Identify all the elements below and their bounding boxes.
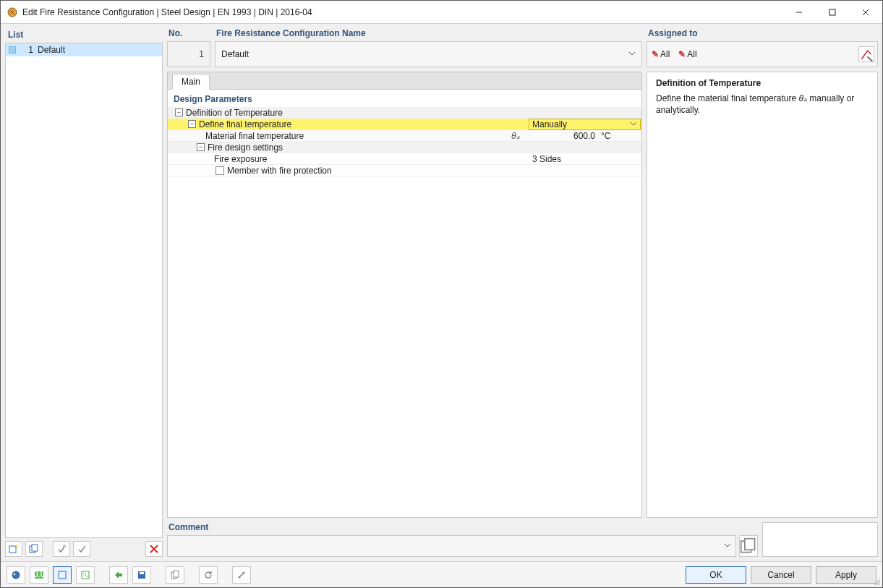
svg-point-8 bbox=[12, 571, 20, 579]
chevron-down-icon bbox=[724, 541, 731, 551]
name-label: Fire Resistance Configuration Name bbox=[215, 28, 642, 41]
svg-point-9 bbox=[14, 573, 16, 575]
tree-group-label: Fire design settings bbox=[208, 142, 283, 153]
tree-row-material-final-temperature[interactable]: Material final temperature θₐ 600.0 °C bbox=[168, 130, 641, 142]
svg-rect-7 bbox=[745, 539, 755, 550]
tree-row-fire-exposure[interactable]: Fire exposure 3 Sides bbox=[168, 153, 641, 165]
comment-pick-button[interactable] bbox=[739, 535, 758, 557]
list-item-label: Default bbox=[38, 45, 65, 55]
delete-item-button[interactable] bbox=[145, 541, 163, 557]
help-button[interactable] bbox=[7, 566, 25, 584]
svg-rect-1 bbox=[829, 9, 835, 15]
chevron-down-icon bbox=[628, 49, 636, 59]
list-item[interactable]: 1 Default bbox=[6, 43, 162, 56]
minimize-button[interactable] bbox=[782, 1, 816, 24]
save-config-button[interactable] bbox=[132, 566, 151, 584]
name-field: Fire Resistance Configuration Name Defau… bbox=[215, 28, 642, 67]
exclude-button[interactable] bbox=[73, 541, 90, 557]
checkbox[interactable] bbox=[216, 166, 224, 175]
close-button[interactable] bbox=[849, 1, 882, 24]
info-text: Define the material final temperature θₐ… bbox=[656, 93, 869, 116]
value-cell[interactable]: 600.0 bbox=[543, 131, 598, 141]
no-input[interactable]: 1 bbox=[167, 41, 210, 67]
tabbar: Main bbox=[167, 72, 642, 89]
footer: 0.0 OK Cancel Apply bbox=[1, 561, 882, 587]
export-button[interactable] bbox=[109, 566, 128, 584]
name-value: Default bbox=[221, 49, 249, 59]
svg-point-5 bbox=[63, 545, 66, 547]
no-value: 1 bbox=[199, 49, 204, 59]
no-field: No. 1 bbox=[167, 28, 210, 67]
svg-text:0.0: 0.0 bbox=[34, 570, 44, 579]
cancel-button[interactable]: Cancel bbox=[751, 566, 811, 584]
tree-row-define-final-temperature[interactable]: − Define final temperature Manually bbox=[168, 119, 641, 130]
titlebar: Edit Fire Resistance Configuration | Ste… bbox=[1, 1, 882, 24]
copy-config-button[interactable] bbox=[166, 566, 184, 584]
svg-rect-2 bbox=[9, 546, 16, 553]
svg-rect-17 bbox=[174, 571, 179, 577]
collapse-icon[interactable]: − bbox=[188, 120, 196, 128]
units-button[interactable]: 0.0 bbox=[30, 566, 48, 584]
view-toggle-button[interactable] bbox=[53, 566, 72, 584]
comment-field: Comment bbox=[167, 522, 758, 557]
tab-main-label: Main bbox=[182, 77, 200, 87]
reset-button[interactable] bbox=[199, 566, 218, 584]
include-button[interactable] bbox=[53, 541, 70, 557]
fire-exposure-value[interactable]: 3 Sides bbox=[529, 154, 641, 164]
params-panel: Design Parameters − Definition of Temper… bbox=[167, 89, 642, 518]
list-toolbar bbox=[5, 538, 163, 557]
params-header: Design Parameters bbox=[168, 90, 641, 107]
new-item-button[interactable] bbox=[5, 541, 22, 557]
tab-main[interactable]: Main bbox=[172, 74, 210, 90]
tree-group-fire-design-settings[interactable]: − Fire design settings bbox=[168, 142, 641, 153]
list-item-number: 1 bbox=[20, 45, 33, 55]
chevron-down-icon bbox=[630, 119, 637, 129]
tree-row-label: Material final temperature bbox=[205, 131, 304, 141]
window-title: Edit Fire Resistance Configuration | Ste… bbox=[22, 7, 782, 17]
tree-row-label: Member with fire protection bbox=[227, 166, 332, 176]
tree-row-label: Define final temperature bbox=[199, 119, 291, 129]
svg-point-18 bbox=[239, 576, 241, 578]
tree-group-definition-of-temperature[interactable]: − Definition of Temperature bbox=[168, 107, 641, 119]
preview-box bbox=[762, 522, 878, 557]
tree-row-member-with-fire-protection[interactable]: Member with fire protection bbox=[168, 165, 641, 176]
svg-rect-12 bbox=[59, 571, 66, 579]
info-title: Definition of Temperature bbox=[656, 78, 869, 88]
maximize-button[interactable] bbox=[816, 1, 849, 24]
ok-button[interactable]: OK bbox=[686, 566, 746, 584]
apply-button[interactable]: Apply bbox=[816, 566, 876, 584]
symbol-cell: θₐ bbox=[508, 131, 543, 141]
unit-cell: °C bbox=[598, 131, 641, 141]
list-panel: List 1 Default bbox=[5, 28, 163, 557]
select-value: Manually bbox=[532, 119, 567, 129]
svg-point-19 bbox=[243, 571, 245, 574]
settings-button[interactable] bbox=[232, 566, 251, 584]
comment-input[interactable] bbox=[167, 535, 736, 557]
info-panel: Definition of Temperature Define the mat… bbox=[647, 72, 878, 518]
name-input[interactable]: Default bbox=[215, 41, 642, 67]
tree-row-label: Fire exposure bbox=[214, 154, 267, 164]
list-header: List bbox=[5, 28, 163, 43]
assigned-label: Assigned to bbox=[647, 28, 878, 41]
tree-group-label: Definition of Temperature bbox=[186, 108, 283, 118]
params-tree: − Definition of Temperature − Define fin… bbox=[168, 107, 641, 176]
collapse-icon[interactable]: − bbox=[197, 143, 205, 151]
member-set-icon: ✎ bbox=[678, 49, 686, 59]
member-icon: ✎ bbox=[652, 49, 659, 59]
color-swatch-icon bbox=[9, 46, 16, 54]
svg-rect-4 bbox=[32, 545, 38, 551]
list-box[interactable]: 1 Default bbox=[5, 43, 163, 538]
svg-rect-15 bbox=[140, 572, 144, 574]
comment-label: Comment bbox=[167, 522, 758, 535]
assigned-field: Assigned to ✎All ✎All bbox=[647, 28, 878, 67]
select-in-view-button[interactable] bbox=[76, 566, 95, 584]
no-label: No. bbox=[167, 28, 210, 41]
copy-item-button[interactable] bbox=[25, 541, 43, 557]
resize-grip-icon[interactable] bbox=[874, 579, 881, 586]
collapse-icon[interactable]: − bbox=[175, 108, 183, 116]
app-icon bbox=[7, 7, 18, 18]
assigned-item: ✎All bbox=[652, 49, 670, 59]
define-final-temperature-select[interactable]: Manually bbox=[529, 119, 641, 130]
assigned-input[interactable]: ✎All ✎All bbox=[647, 41, 878, 67]
pick-in-view-button[interactable] bbox=[858, 46, 874, 62]
